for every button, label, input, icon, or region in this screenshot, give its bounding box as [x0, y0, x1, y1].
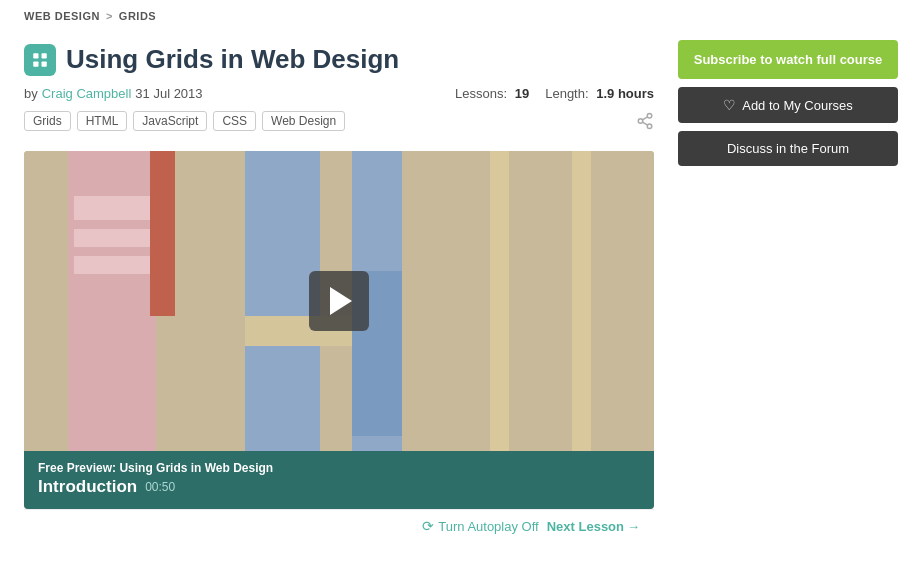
- discuss-forum-button[interactable]: Discuss in the Forum: [678, 131, 898, 166]
- add-to-courses-button[interactable]: ♡ Add to My Courses: [678, 87, 898, 123]
- grid-gap-2: [402, 151, 427, 451]
- grid-right-sep: [490, 151, 509, 451]
- video-container: Free Preview: Using Grids in Web Design …: [24, 151, 654, 509]
- subscribe-button[interactable]: Subscribe to watch full course: [678, 40, 898, 79]
- breadcrumb-current[interactable]: GRIDS: [119, 10, 156, 22]
- next-lesson-label: Next Lesson: [547, 519, 624, 534]
- svg-line-8: [642, 117, 647, 120]
- grid-right-3: [591, 151, 654, 451]
- breadcrumb-bar: WEB DESIGN > GRIDS: [0, 0, 922, 32]
- grid-right-2: [509, 151, 572, 451]
- length-label: Length: 1.9 hours: [545, 86, 654, 101]
- grid-col-1: [24, 151, 74, 451]
- bar-pink-3: [74, 256, 150, 274]
- tags-container: Grids HTML JavaScript CSS Web Design: [24, 111, 345, 131]
- heart-icon: ♡: [723, 97, 736, 113]
- breadcrumb-separator: >: [106, 10, 113, 22]
- svg-rect-2: [33, 62, 38, 67]
- play-button[interactable]: [309, 271, 369, 331]
- course-title: Using Grids in Web Design: [66, 44, 399, 75]
- course-meta-right: Lessons: 19 Length: 1.9 hours: [455, 86, 654, 101]
- breadcrumb: WEB DESIGN > GRIDS: [24, 10, 898, 22]
- by-label: by: [24, 86, 38, 101]
- free-preview-bold: Free Preview:: [38, 461, 119, 475]
- grid-right-1: [427, 151, 490, 451]
- grid-right-sep2: [572, 151, 591, 451]
- autoplay-toggle[interactable]: ⟳ Turn Autoplay Off: [422, 518, 538, 534]
- tag-webdesign[interactable]: Web Design: [262, 111, 345, 131]
- lessons-label: Lessons: 19: [455, 86, 529, 101]
- free-preview-title: Using Grids in Web Design: [119, 461, 273, 475]
- length-value: 1.9 hours: [596, 86, 654, 101]
- content-area: Using Grids in Web Design by Craig Campb…: [24, 32, 654, 542]
- main-layout: Using Grids in Web Design by Craig Campb…: [0, 32, 922, 542]
- share-icon[interactable]: [636, 112, 654, 130]
- lesson-title: Introduction: [38, 477, 137, 497]
- svg-point-5: [638, 119, 643, 124]
- svg-rect-1: [42, 53, 47, 58]
- tag-html[interactable]: HTML: [77, 111, 128, 131]
- course-title-row: Using Grids in Web Design: [24, 44, 654, 76]
- svg-point-4: [647, 114, 652, 119]
- grid-icon: [31, 51, 49, 69]
- add-to-courses-label: Add to My Courses: [742, 98, 853, 113]
- autoplay-label: Turn Autoplay Off: [438, 519, 538, 534]
- course-date: 31 Jul 2013: [135, 86, 202, 101]
- autoplay-bar: ⟳ Turn Autoplay Off Next Lesson →: [24, 509, 654, 542]
- tags-row: Grids HTML JavaScript CSS Web Design: [24, 111, 654, 131]
- free-preview-label: Free Preview: Using Grids in Web Design: [38, 461, 640, 475]
- svg-point-6: [647, 124, 652, 129]
- lesson-title-row: Introduction 00:50: [38, 477, 640, 497]
- next-lesson-link[interactable]: Next Lesson →: [547, 519, 640, 534]
- course-icon: [24, 44, 56, 76]
- svg-rect-3: [42, 62, 47, 67]
- course-header: Using Grids in Web Design by Craig Campb…: [24, 32, 654, 151]
- breadcrumb-parent[interactable]: WEB DESIGN: [24, 10, 100, 22]
- sidebar: Subscribe to watch full course ♡ Add to …: [678, 32, 898, 542]
- author-link[interactable]: Craig Campbell: [42, 86, 132, 101]
- lesson-duration: 00:50: [145, 480, 175, 494]
- grid-tan-mid: [175, 151, 238, 451]
- next-arrow-icon: →: [627, 519, 640, 534]
- autoplay-icon: ⟳: [422, 518, 434, 534]
- svg-line-7: [642, 122, 647, 125]
- grid-red: [150, 151, 175, 316]
- tag-javascript[interactable]: JavaScript: [133, 111, 207, 131]
- video-thumbnail: [24, 151, 654, 451]
- tag-grids[interactable]: Grids: [24, 111, 71, 131]
- tag-css[interactable]: CSS: [213, 111, 256, 131]
- video-info-bar: Free Preview: Using Grids in Web Design …: [24, 451, 654, 509]
- play-triangle-icon: [330, 287, 352, 315]
- svg-rect-0: [33, 53, 38, 58]
- lessons-count: 19: [515, 86, 529, 101]
- course-meta-left: by Craig Campbell 31 Jul 2013: [24, 86, 203, 101]
- course-meta: by Craig Campbell 31 Jul 2013 Lessons: 1…: [24, 86, 654, 101]
